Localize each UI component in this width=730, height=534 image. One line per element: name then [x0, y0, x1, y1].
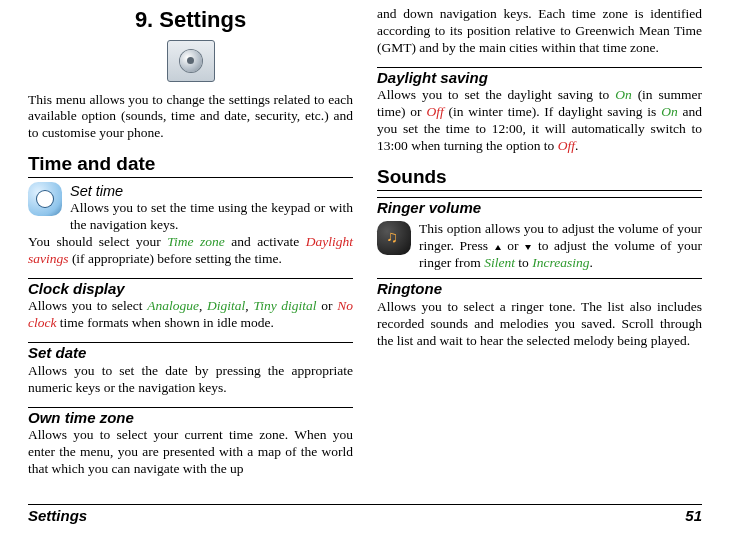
- desc-own-time-zone-a: Allows you to select your current time z…: [28, 427, 353, 478]
- set-time-advice: You should select your Time zone and act…: [28, 234, 353, 268]
- heading-clock-display: Clock display: [28, 278, 353, 299]
- heading-set-date: Set date: [28, 342, 353, 363]
- set-time-row: Set time Allows you to set the time usin…: [28, 182, 353, 234]
- desc-ringer-volume: This option allows you to adjust the vol…: [419, 221, 702, 272]
- menu-time-zone: Time zone: [167, 234, 225, 249]
- label-set-time: Set time: [70, 182, 353, 200]
- nav-down-icon: [525, 245, 531, 250]
- txt: ,: [199, 298, 207, 313]
- ringer-volume-row: This option allows you to adjust the vol…: [377, 221, 702, 272]
- heading-ringtone: Ringtone: [377, 278, 702, 299]
- txt: Allows you to set the daylight saving to: [377, 87, 615, 102]
- val-silent: Silent: [484, 255, 515, 270]
- clock-icon: [28, 182, 62, 216]
- txt: Allows you to select: [28, 298, 147, 313]
- opt-analogue: Analogue: [147, 298, 199, 313]
- val-off-2: Off: [558, 138, 575, 153]
- intro-paragraph: This menu allows you to change the setti…: [28, 92, 353, 143]
- content-columns: 9. Settings This menu allows you to chan…: [0, 0, 730, 486]
- val-on-2: On: [661, 104, 678, 119]
- nav-up-icon: [495, 245, 501, 250]
- footer-section: Settings: [28, 507, 87, 526]
- page: 9. Settings This menu allows you to chan…: [0, 0, 730, 534]
- opt-digital: Digital: [207, 298, 245, 313]
- desc-ringtone: Allows you to select a ringer tone. The …: [377, 299, 702, 350]
- chapter-icon-wrap: [28, 40, 353, 82]
- settings-gear-icon: [167, 40, 215, 82]
- set-time-text: Set time Allows you to set the time usin…: [70, 182, 353, 234]
- txt: or: [317, 298, 338, 313]
- right-column: and down navigation keys. Each time zone…: [377, 6, 702, 486]
- txt: .: [590, 255, 593, 270]
- desc-daylight-saving: Allows you to set the daylight saving to…: [377, 87, 702, 155]
- val-off: Off: [426, 104, 443, 119]
- val-increasing: Increasing: [532, 255, 589, 270]
- heading-ringer-volume: Ringer volume: [377, 197, 702, 218]
- desc-set-date: Allows you to set the date by pressing t…: [28, 363, 353, 397]
- txt: and activate: [225, 234, 306, 249]
- txt: time formats when shown in idle mode.: [56, 315, 273, 330]
- desc-own-time-zone-b: and down navigation keys. Each time zone…: [377, 6, 702, 57]
- opt-tiny-digital: Tiny digital: [253, 298, 316, 313]
- heading-time-and-date: Time and date: [28, 152, 353, 178]
- txt: to: [515, 255, 532, 270]
- chapter-title: 9. Settings: [28, 6, 353, 34]
- heading-own-time-zone: Own time zone: [28, 407, 353, 428]
- desc-set-time: Allows you to set the time using the key…: [70, 200, 353, 232]
- heading-sounds: Sounds: [377, 165, 702, 191]
- txt: You should select your: [28, 234, 167, 249]
- left-column: 9. Settings This menu allows you to chan…: [28, 6, 353, 486]
- heading-daylight-saving: Daylight saving: [377, 67, 702, 88]
- txt: (in winter time). If daylight saving is: [444, 104, 661, 119]
- page-footer: Settings 51: [28, 504, 702, 526]
- val-on: On: [615, 87, 632, 102]
- txt: (if appropriate) before setting the time…: [69, 251, 282, 266]
- sound-icon: [377, 221, 411, 255]
- footer-page-number: 51: [685, 507, 702, 526]
- desc-clock-display: Allows you to select Analogue, Digital, …: [28, 298, 353, 332]
- txt: or: [502, 238, 525, 253]
- txt: .: [575, 138, 578, 153]
